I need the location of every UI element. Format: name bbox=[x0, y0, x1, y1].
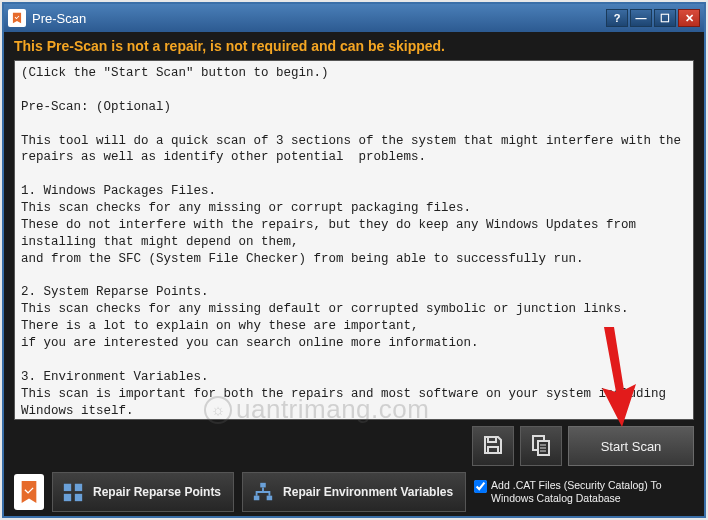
cat-files-label: Add .CAT Files (Security Catalog) To Win… bbox=[491, 479, 664, 504]
action-row: Start Scan bbox=[4, 424, 704, 470]
svg-rect-9 bbox=[260, 483, 266, 488]
maximize-button[interactable]: ☐ bbox=[654, 9, 676, 27]
scan-output[interactable] bbox=[14, 60, 694, 420]
copy-button[interactable] bbox=[520, 426, 562, 466]
titlebar: Pre-Scan ? — ☐ ✕ bbox=[4, 4, 704, 32]
app-logo bbox=[14, 474, 44, 510]
env-icon bbox=[251, 480, 275, 504]
svg-rect-7 bbox=[64, 494, 71, 501]
start-scan-button[interactable]: Start Scan bbox=[568, 426, 694, 466]
svg-rect-11 bbox=[267, 496, 273, 501]
window-controls: ? — ☐ ✕ bbox=[606, 9, 700, 27]
copy-icon bbox=[529, 433, 553, 460]
cat-files-checkbox[interactable] bbox=[474, 480, 487, 493]
repair-reparse-label: Repair Reparse Points bbox=[93, 485, 221, 499]
repair-env-button[interactable]: Repair Environment Variables bbox=[242, 472, 466, 512]
close-button[interactable]: ✕ bbox=[678, 9, 700, 27]
bottom-row: Repair Reparse Points Repair Environment… bbox=[4, 470, 704, 518]
repair-env-label: Repair Environment Variables bbox=[283, 485, 453, 499]
repair-reparse-button[interactable]: Repair Reparse Points bbox=[52, 472, 234, 512]
svg-rect-10 bbox=[254, 496, 260, 501]
main-window: Pre-Scan ? — ☐ ✕ This Pre-Scan is not a … bbox=[2, 2, 706, 518]
svg-rect-8 bbox=[75, 494, 82, 501]
scan-output-wrap bbox=[14, 60, 694, 420]
window-title: Pre-Scan bbox=[32, 11, 600, 26]
save-button[interactable] bbox=[472, 426, 514, 466]
svg-rect-6 bbox=[75, 484, 82, 491]
help-button[interactable]: ? bbox=[606, 9, 628, 27]
minimize-button[interactable]: — bbox=[630, 9, 652, 27]
cat-files-checkbox-wrap[interactable]: Add .CAT Files (Security Catalog) To Win… bbox=[474, 479, 664, 504]
app-icon bbox=[8, 9, 26, 27]
svg-rect-5 bbox=[64, 484, 71, 491]
save-icon bbox=[481, 433, 505, 460]
reparse-icon bbox=[61, 480, 85, 504]
warning-text: This Pre-Scan is not a repair, is not re… bbox=[4, 32, 704, 58]
